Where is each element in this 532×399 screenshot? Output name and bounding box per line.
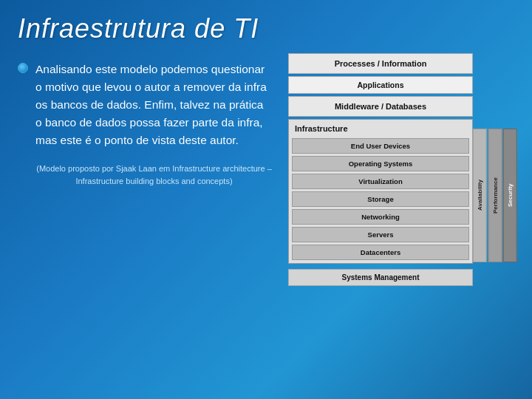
- infrastructure-section: Infrastructure End User Devices Operatin…: [288, 119, 473, 264]
- infra-networking: Networking: [292, 209, 469, 225]
- layer-middleware: Middleware / Databases: [288, 96, 473, 117]
- architecture-diagram: Processes / Information Applications Mid…: [288, 53, 517, 286]
- page-title: Infraestrutura de TI: [18, 13, 259, 44]
- infra-virtualization: Virtualization: [292, 174, 469, 189]
- systems-management: Systems Management: [288, 269, 473, 286]
- left-content-area: Analisando este modelo podemos questiona…: [18, 61, 273, 187]
- infra-servers: Servers: [292, 227, 469, 242]
- side-label-performance: Performance: [488, 129, 502, 262]
- infra-storage: Storage: [292, 191, 469, 207]
- infra-end-user: End User Devices: [292, 138, 469, 154]
- bullet-icon: [18, 63, 28, 73]
- footnote-text: (Modelo proposto por Sjaak Laan em Infra…: [18, 163, 273, 187]
- main-paragraph-text: Analisando este modelo podemos questiona…: [35, 61, 273, 149]
- main-paragraph: Analisando este modelo podemos questiona…: [18, 61, 273, 149]
- layer-applications: Applications: [288, 76, 473, 94]
- infra-os: Operating Systems: [292, 156, 469, 171]
- infra-title: Infrastructure: [292, 123, 469, 136]
- layer-processes: Processes / Information: [288, 53, 473, 74]
- infra-datacenters: Datacenters: [292, 245, 469, 260]
- side-label-availability: Availability: [473, 129, 487, 262]
- side-label-security: Security: [503, 129, 517, 262]
